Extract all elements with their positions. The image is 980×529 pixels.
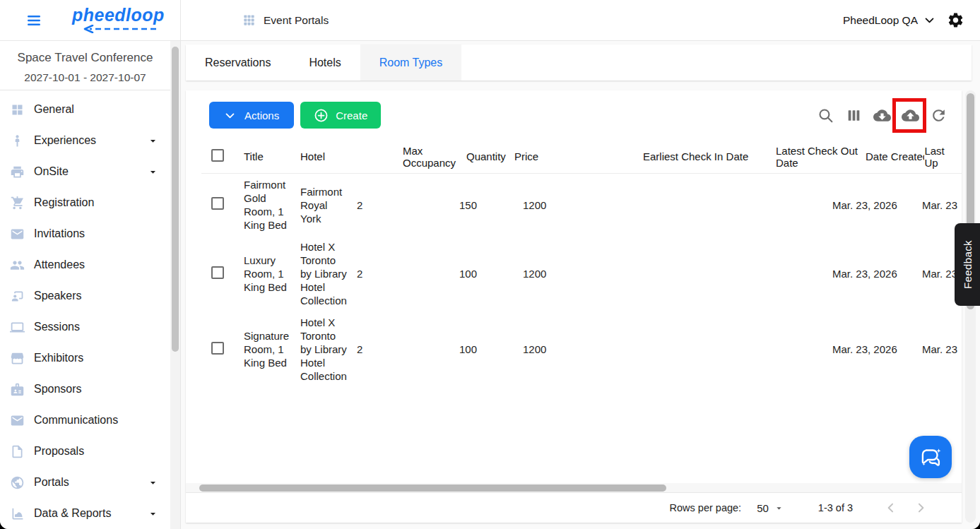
tab-room-types[interactable]: Room Types <box>360 44 462 81</box>
column-header[interactable]: Last Up <box>924 145 962 169</box>
sidebar-item-label: Portals <box>34 476 69 489</box>
sidebar-item-sessions[interactable]: Sessions <box>0 311 170 343</box>
column-header[interactable]: Title <box>244 150 300 162</box>
brand-logo-text: pheedloop <box>72 5 165 25</box>
caret-down-icon <box>147 508 159 520</box>
row-checkbox[interactable] <box>211 197 224 210</box>
toolbar-icon-search[interactable] <box>817 107 834 124</box>
vertical-scrollbar-track[interactable] <box>965 90 976 523</box>
column-header[interactable]: Price <box>514 150 643 162</box>
chat-widget-button[interactable] <box>909 436 952 478</box>
sidebar-item-proposals[interactable]: Proposals <box>0 436 170 467</box>
sidebar-item-onsite[interactable]: OnSite <box>0 156 170 187</box>
sidebar-item-label: General <box>34 103 74 116</box>
chat-icon <box>917 444 944 470</box>
table-action-icons <box>817 107 947 124</box>
cell-last-updated: Mar. 23 <box>922 343 962 356</box>
column-header[interactable]: Max Occupancy <box>403 145 466 169</box>
cell-max-occupancy: 2 <box>357 198 459 212</box>
tab-label: Reservations <box>205 57 271 69</box>
sidebar-item-invitations[interactable]: Invitations <box>0 218 170 249</box>
tab-hotels[interactable]: Hotels <box>290 44 360 81</box>
create-button[interactable]: Create <box>300 102 381 129</box>
tab-label: Room Types <box>379 57 443 69</box>
caret-down-icon <box>147 477 159 489</box>
select-all-checkbox[interactable] <box>211 149 224 162</box>
column-header[interactable]: Quantity <box>466 150 514 162</box>
sidebar-item-data-reports[interactable]: Data & Reports <box>0 498 170 529</box>
horizontal-scrollbar-track[interactable] <box>186 483 962 492</box>
rows-per-page-value: 50 <box>757 502 769 514</box>
cell-date-created: Mar. 23, 2026 <box>832 343 922 356</box>
sidebar-item-label: Proposals <box>34 445 84 458</box>
feedback-tab[interactable]: Feedback <box>955 223 980 306</box>
sidebar-item-communications[interactable]: Communications <box>0 405 170 436</box>
sidebar-item-label: Attendees <box>34 258 85 271</box>
cell-max-occupancy: 2 <box>357 267 459 280</box>
account-menu[interactable]: PheedLoop QA <box>843 14 935 27</box>
event-name: Space Travel Conference <box>0 50 170 65</box>
horizontal-scrollbar-thumb[interactable] <box>199 485 666 492</box>
brand-logo-arrow <box>78 25 158 33</box>
sidebar-item-label: Sessions <box>34 321 80 333</box>
sidebar-item-icon <box>10 227 25 242</box>
cell-quantity: 100 <box>459 343 523 356</box>
sidebar-item-experiences[interactable]: Experiences <box>0 125 170 156</box>
cell-price: 1200 <box>523 343 571 356</box>
sidebar-item-general[interactable]: General <box>0 94 170 125</box>
room-types-table: Title Hotel Max Occupancy Quantity Price… <box>186 140 962 483</box>
tab-reservations[interactable]: Reservations <box>186 44 290 81</box>
column-header[interactable]: Latest Check Out Date <box>776 145 866 169</box>
toolbar-icon-cloud-upload[interactable] <box>902 107 919 124</box>
menu-icon[interactable] <box>25 12 42 29</box>
rows-per-page-select[interactable]: 50 <box>752 501 789 515</box>
sidebar-item-portals[interactable]: Portals <box>0 467 170 498</box>
sidebar-item-icon <box>10 102 25 117</box>
top-bar-right: PheedLoop QA <box>843 11 980 29</box>
sidebar-item-sponsors[interactable]: Sponsors <box>0 374 170 405</box>
toolbar-icon-cloud-download[interactable] <box>873 107 891 124</box>
caret-down-icon <box>147 166 159 178</box>
cell-date-created: Mar. 23, 2026 <box>832 267 922 280</box>
event-dates: 2027-10-01 - 2027-10-07 <box>0 71 170 84</box>
sidebar-item-exhibitors[interactable]: Exhibitors <box>0 343 170 374</box>
sidebar-scrollbar-track[interactable] <box>170 41 180 529</box>
sidebar-item-icon <box>10 475 25 490</box>
sidebar-event-header: Space Travel Conference 2027-10-01 - 202… <box>0 41 170 90</box>
actions-button[interactable]: Actions <box>209 102 294 129</box>
column-header[interactable]: Earliest Check In Date <box>643 150 776 162</box>
select-all-cell <box>201 149 244 164</box>
sidebar-divider <box>180 0 181 529</box>
cell-date-created: Mar. 23, 2026 <box>832 198 922 212</box>
column-header[interactable]: Date Created <box>866 150 924 162</box>
column-header[interactable]: Hotel <box>300 150 403 162</box>
toolbar-icon-refresh[interactable] <box>930 107 947 124</box>
row-checkbox[interactable] <box>211 342 224 355</box>
sidebar: Space Travel Conference 2027-10-01 - 202… <box>0 41 170 529</box>
toolbar-icon-view-columns[interactable] <box>845 107 863 124</box>
gear-icon[interactable] <box>947 11 964 29</box>
sidebar-item-icon <box>10 506 25 521</box>
sidebar-item-icon <box>10 320 25 335</box>
cell-quantity: 150 <box>459 198 523 212</box>
cell-last-updated: Mar. 23 <box>922 198 962 212</box>
sidebar-item-attendees[interactable]: Attendees <box>0 249 170 280</box>
caret-down-icon <box>147 135 159 147</box>
brand-logo[interactable]: pheedloop <box>72 5 165 33</box>
sidebar-item-registration[interactable]: Registration <box>0 187 170 218</box>
feedback-label: Feedback <box>962 240 974 289</box>
panel-toolbar: Actions Create <box>186 90 962 140</box>
sidebar-scrollbar-thumb[interactable] <box>172 47 179 352</box>
sidebar-item-icon <box>10 165 25 179</box>
chevron-down-icon <box>224 109 236 121</box>
row-checkbox[interactable] <box>211 266 224 279</box>
table-row: Signature Room, 1 King Bed Hotel X Toron… <box>201 311 962 387</box>
cell-title: Fairmont Gold Room, 1 King Bed <box>244 178 300 232</box>
pagination-range: 1-3 of 3 <box>818 502 853 513</box>
sidebar-item-label: Invitations <box>34 227 85 240</box>
previous-page-button[interactable] <box>884 501 898 515</box>
next-page-button[interactable] <box>914 501 928 515</box>
sidebar-item-speakers[interactable]: Speakers <box>0 280 170 311</box>
account-name: PheedLoop QA <box>843 14 918 27</box>
app-window: pheedloop Event Portals PheedLoop QA Spa… <box>0 0 980 529</box>
